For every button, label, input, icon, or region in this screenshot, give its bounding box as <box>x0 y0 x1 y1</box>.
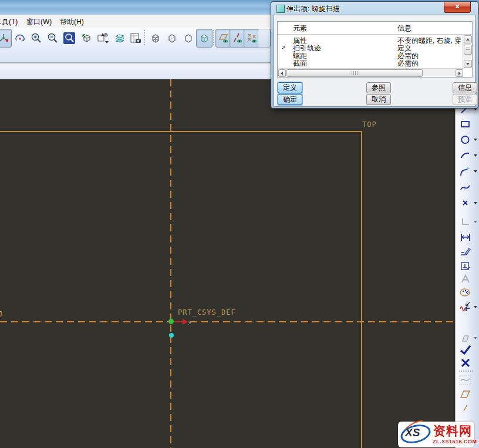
point-tool-dropdown[interactable] <box>474 202 477 204</box>
mirror-tool-button[interactable] <box>458 332 473 345</box>
sketcher-toolbar <box>455 79 479 448</box>
dialog-close-button[interactable]: ✕ <box>444 2 471 13</box>
dialog-app-icon <box>276 5 285 13</box>
modify-dimensions-icon <box>460 246 471 258</box>
text-tool-button[interactable] <box>458 272 473 285</box>
trim-tool-button[interactable] <box>458 301 473 314</box>
menu-window[interactable]: 窗口(W) <box>26 17 52 27</box>
no-hidden-display-button[interactable] <box>180 29 197 48</box>
thumb-grip <box>466 48 470 51</box>
scroll-left-icon <box>281 72 283 75</box>
scroll-left-button[interactable] <box>278 69 286 77</box>
menu-help[interactable]: 帮助(H) <box>60 17 84 27</box>
constraints-tool-button[interactable] <box>458 260 473 272</box>
zoom-in-button[interactable] <box>28 29 45 48</box>
sketch-diagnostics-button[interactable] <box>458 374 473 387</box>
horizontal-centerline <box>0 321 455 322</box>
horizontal-scrollbar[interactable] <box>278 68 463 76</box>
vertical-centerline <box>170 79 171 448</box>
element-table[interactable]: 元素 信息 属性 不变的螺距, 右旋, 穿 > 扫引轨迹 定义 螺距 必需的 截… <box>277 21 473 78</box>
diagnostics-wave-icon <box>459 374 472 387</box>
reorient-view-button[interactable] <box>78 29 95 48</box>
zoom-refit-button[interactable] <box>61 29 77 48</box>
spin-center-button[interactable] <box>0 29 12 48</box>
dimension-tool-button[interactable] <box>458 231 473 244</box>
fillet-tool-dropdown[interactable] <box>474 170 477 173</box>
mirror-tool-dropdown[interactable] <box>474 337 477 339</box>
point-tool-button[interactable] <box>458 197 473 210</box>
coordinate-system-icon <box>460 216 471 228</box>
datum-points-toggle-icon <box>246 32 258 44</box>
partial-toggle-button[interactable] <box>258 29 271 48</box>
scroll-up-button[interactable] <box>464 35 472 43</box>
palette-tool-button[interactable] <box>458 286 473 299</box>
element-cell: 截面 <box>293 59 307 68</box>
zoom-out-icon <box>47 32 59 44</box>
origin-vertex-green[interactable] <box>168 319 174 324</box>
watermark-url: ZL.XS1616.COM <box>433 439 477 444</box>
csys-x-axis-arrow-head <box>183 319 188 325</box>
sketcher-toolbar-separator <box>459 370 473 372</box>
csys-marker-x <box>188 321 192 325</box>
column-header-element: 元素 <box>293 23 307 33</box>
arc-tool-button[interactable] <box>458 149 473 162</box>
saved-views-button[interactable]: AB <box>95 29 111 48</box>
cancel-button[interactable]: 取消 <box>366 94 391 105</box>
orient-mode-button[interactable] <box>12 29 28 48</box>
graphics-viewport[interactable]: TOP PRT_CSYS_DEF J <box>0 79 455 448</box>
fillet-tool-button[interactable] <box>458 165 473 178</box>
coordinate-system-tool-button[interactable] <box>458 215 473 228</box>
horizontal-scroll-thumb[interactable] <box>286 69 423 77</box>
zoom-in-icon <box>31 32 42 44</box>
vertical-scroll-thumb[interactable] <box>464 45 472 55</box>
circle-tool-button[interactable] <box>458 133 473 146</box>
scroll-down-icon <box>466 63 470 65</box>
column-header-info: 信息 <box>397 23 411 33</box>
scroll-down-button[interactable] <box>464 60 472 68</box>
hidden-line-display-button[interactable] <box>164 29 180 48</box>
rectangle-tool-button[interactable] <box>458 118 473 131</box>
info-button[interactable]: 信息 <box>453 82 477 93</box>
spline-tool-button[interactable] <box>458 181 473 194</box>
partial-tool-button[interactable] <box>458 401 473 414</box>
saved-views-icon: AB <box>96 32 109 45</box>
zoom-out-button[interactable] <box>45 29 61 48</box>
text-icon <box>460 273 471 285</box>
parallelogram-icon <box>459 388 472 401</box>
scroll-right-icon <box>458 72 461 75</box>
watermark: XS 资料网 ZL.XS1616.COM <box>398 422 474 447</box>
saved-views-icon-label: AB <box>101 32 108 38</box>
datum-planes-toggle-icon <box>218 32 230 44</box>
vertical-scrollbar[interactable] <box>463 35 471 68</box>
view-manager-button[interactable] <box>127 29 144 48</box>
menu-tools[interactable]: 工具(T) <box>0 17 18 27</box>
fillet-icon <box>459 165 472 178</box>
done-check-icon <box>459 343 472 356</box>
mirror-icon <box>460 332 471 344</box>
layers-button[interactable] <box>112 29 128 48</box>
modify-dimensions-tool-button[interactable] <box>458 245 473 258</box>
helical-sweep-dialog: 伸出项: 螺旋扫描 ✕ 元素 信息 属性 不变的螺距, 右旋, 穿 > 扫引轨迹… <box>271 1 478 109</box>
vertex-cyan[interactable] <box>169 333 174 338</box>
references-button[interactable]: 参照 <box>366 82 391 93</box>
table-row[interactable]: 截面 必需的 <box>278 59 472 68</box>
trim-tool-dropdown[interactable] <box>474 306 477 308</box>
define-button[interactable]: 定义 <box>278 82 302 93</box>
preview-button[interactable]: 预览 <box>453 94 477 105</box>
parallelogram-tool-button[interactable] <box>458 388 473 401</box>
dialog-title: 伸出项: 螺旋扫描 <box>286 4 340 14</box>
ok-button[interactable]: 确定 <box>278 94 302 105</box>
arc-tool-dropdown[interactable] <box>474 154 477 157</box>
reorient-view-icon <box>80 32 92 44</box>
sketch-done-button[interactable] <box>458 343 473 356</box>
watermark-site-name: 资料网 <box>433 423 472 439</box>
sketch-quit-button[interactable] <box>458 356 473 369</box>
shaded-display-icon <box>198 32 210 44</box>
shaded-display-button[interactable] <box>196 29 212 48</box>
coordinate-system-dropdown[interactable] <box>474 221 477 223</box>
circle-tool-dropdown[interactable] <box>474 139 477 141</box>
spline-icon <box>460 182 471 194</box>
wireframe-display-button[interactable] <box>147 29 164 48</box>
scroll-right-button[interactable] <box>456 69 463 77</box>
palette-icon <box>459 286 472 299</box>
